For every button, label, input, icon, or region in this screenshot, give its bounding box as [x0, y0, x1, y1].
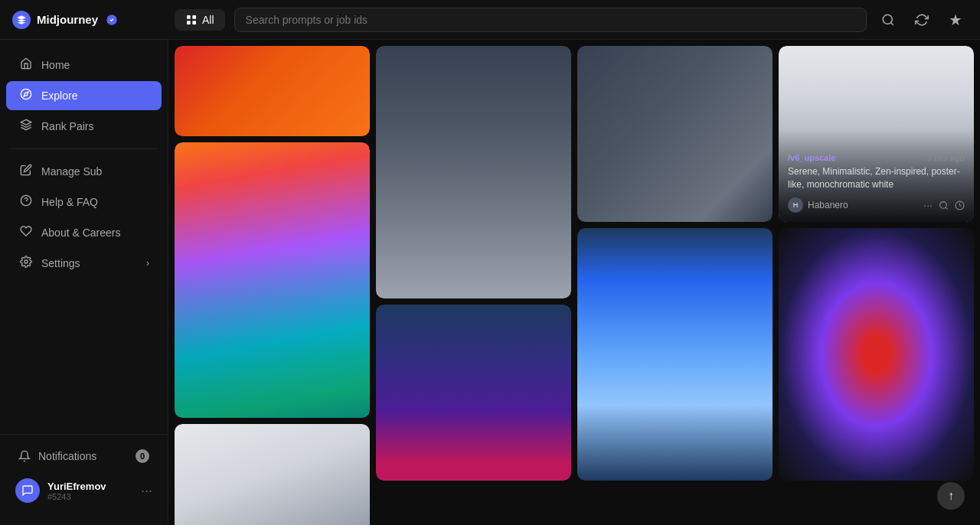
card-time: 3 hrs ago [927, 153, 965, 162]
card-command-text: /v6_upscale [788, 153, 835, 162]
manage-sub-icon [18, 164, 34, 179]
sidebar-divider-1 [9, 148, 158, 149]
user-name: YuriEfremov [47, 481, 133, 492]
card-more-button[interactable]: ··· [923, 199, 933, 211]
card-overlay: /v6_upscale 3 hrs ago Serene, Minimalist… [779, 130, 974, 222]
sidebar: Home Explore Rank Pairs Manage Sub [0, 40, 168, 525]
card-username: Habanero [808, 200, 848, 210]
user-tag: #5243 [47, 492, 133, 501]
list-item[interactable] [376, 305, 571, 481]
list-item[interactable] [175, 142, 370, 418]
list-item[interactable] [577, 46, 773, 222]
sidebar-bottom: Notifications 0 YuriEfremov #5243 ··· [0, 434, 168, 516]
list-item[interactable] [577, 228, 773, 481]
notifications-row[interactable]: Notifications 0 [6, 442, 162, 470]
sidebar-item-help-faq-label: Help & FAQ [41, 196, 98, 208]
sidebar-item-explore[interactable]: Explore [6, 81, 162, 110]
svg-point-11 [940, 201, 947, 208]
svg-point-10 [24, 260, 28, 263]
card-save-button[interactable] [955, 199, 965, 211]
scroll-top-icon: ↑ [948, 489, 954, 503]
all-filter-button[interactable]: All [175, 9, 225, 31]
sidebar-item-manage-sub-label: Manage Sub [41, 165, 102, 178]
all-filter-label: All [202, 14, 214, 26]
search-input[interactable] [234, 8, 867, 32]
sidebar-item-rank-pairs-label: Rank Pairs [41, 120, 93, 132]
svg-rect-4 [192, 21, 196, 24]
explore-content: /v6_upscale 3 hrs ago Serene, Minimalist… [168, 40, 980, 525]
help-icon [18, 194, 34, 210]
sidebar-nav-items: Home Explore Rank Pairs Manage Sub [0, 49, 168, 434]
bell-icon [18, 450, 31, 462]
sidebar-item-settings[interactable]: Settings › [6, 249, 162, 278]
topbar-nav: All [175, 9, 225, 31]
card-footer: H Habanero ··· [788, 197, 965, 213]
list-item[interactable]: /v6_upscale 3 hrs ago Serene, Minimalist… [779, 46, 974, 222]
svg-rect-3 [187, 21, 191, 24]
sidebar-item-explore-label: Explore [41, 90, 77, 102]
user-more-button[interactable]: ··· [141, 483, 152, 499]
rank-pairs-icon [18, 119, 34, 134]
card-command: /v6_upscale 3 hrs ago [788, 153, 965, 162]
list-item[interactable] [175, 46, 370, 136]
sidebar-item-home[interactable]: Home [6, 51, 162, 80]
search-button[interactable] [876, 8, 900, 32]
topbar: Midjourney All [0, 0, 980, 40]
card-search-button[interactable] [939, 199, 949, 211]
list-item[interactable] [376, 46, 571, 298]
home-icon [18, 57, 34, 73]
brand-name: Midjourney [37, 13, 98, 26]
about-icon [18, 225, 34, 240]
user-avatar [15, 478, 40, 503]
user-row[interactable]: YuriEfremov #5243 ··· [6, 471, 162, 510]
scroll-top-button[interactable]: ↑ [937, 482, 965, 510]
notifications-label: Notifications [38, 450, 96, 462]
svg-point-5 [883, 15, 892, 24]
sidebar-item-manage-sub[interactable]: Manage Sub [6, 157, 162, 186]
sidebar-item-settings-label: Settings [41, 257, 80, 269]
topbar-actions [876, 8, 968, 32]
brand-icon [12, 11, 31, 29]
explore-icon [18, 88, 34, 103]
main-layout: Home Explore Rank Pairs Manage Sub [0, 40, 980, 525]
svg-rect-2 [192, 15, 196, 19]
list-item[interactable] [779, 228, 974, 481]
card-user-avatar: H [788, 197, 803, 213]
svg-marker-7 [24, 92, 28, 96]
svg-rect-1 [187, 15, 191, 19]
settings-arrow-icon: › [146, 258, 149, 269]
sidebar-item-help-faq[interactable]: Help & FAQ [6, 188, 162, 217]
sidebar-item-rank-pairs[interactable]: Rank Pairs [6, 112, 162, 141]
sparkle-button[interactable] [943, 8, 968, 32]
user-info: YuriEfremov #5243 [47, 481, 133, 501]
settings-icon [18, 256, 34, 271]
card-description: Serene, Minimalistic, Zen-inspired, post… [788, 165, 965, 191]
list-item[interactable] [175, 424, 370, 525]
notifications-badge: 0 [136, 449, 149, 463]
sidebar-item-about-careers-label: About & Careers [41, 227, 121, 239]
refresh-button[interactable] [910, 8, 934, 32]
brand: Midjourney [12, 11, 165, 29]
sidebar-item-home-label: Home [41, 59, 70, 71]
image-grid: /v6_upscale 3 hrs ago Serene, Minimalist… [175, 46, 974, 525]
sidebar-item-about-careers[interactable]: About & Careers [6, 218, 162, 247]
card-actions: ··· [923, 199, 965, 211]
svg-point-6 [21, 89, 31, 99]
